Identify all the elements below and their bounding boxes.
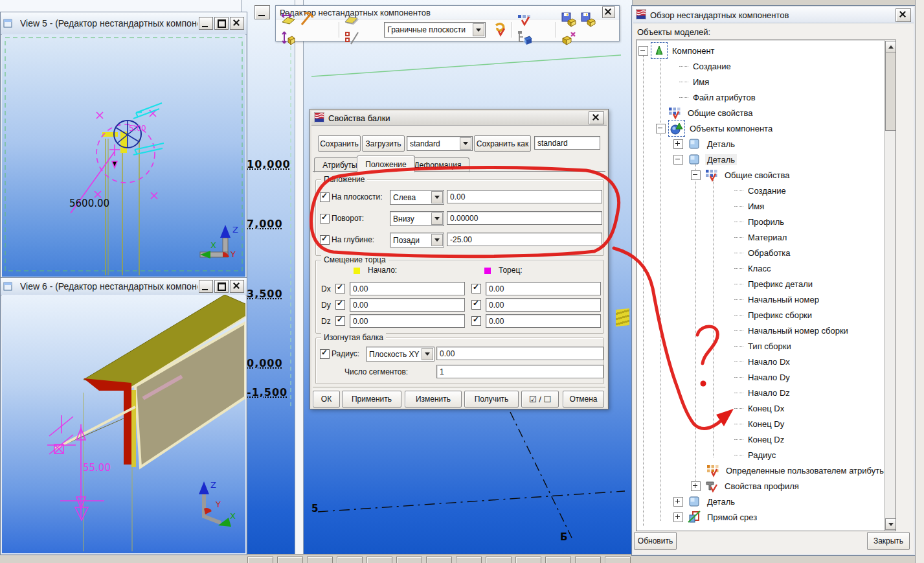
on-plane-dropdown[interactable]: Слева <box>390 190 444 205</box>
view6-titlebar[interactable]: View 6 - (Редактор нестандартных компоне… <box>1 278 247 295</box>
fitting-plane-icon[interactable] <box>280 11 297 28</box>
view5-titlebar[interactable]: View 5 - (Редактор нестандартных компоне… <box>1 12 247 35</box>
tree-item-label[interactable]: Профиль <box>746 216 786 227</box>
tree-item[interactable]: Начальный номер сборки <box>637 323 884 338</box>
save-as-input[interactable] <box>534 136 600 150</box>
save-as-button[interactable]: Сохранить как <box>474 135 531 152</box>
tree-item-label[interactable]: Начало Dz <box>746 387 792 398</box>
tree-expander-minus-icon[interactable] <box>638 46 648 56</box>
chevron-down-icon[interactable] <box>431 234 443 246</box>
tree-item-label[interactable]: Конец Dy <box>746 419 786 430</box>
tree-item-label[interactable]: Конец Dz <box>746 434 786 445</box>
toggle-all-checkboxes-button[interactable]: ☑ / ☐ <box>521 391 559 408</box>
dx-end-checkbox[interactable] <box>471 284 481 293</box>
modify-button[interactable]: Изменить <box>405 391 462 408</box>
tree-item-label[interactable]: Материал <box>746 232 789 243</box>
tree-item-label[interactable]: Тип сборки <box>746 341 793 352</box>
update-button[interactable]: Обновить <box>634 532 677 550</box>
tree-item[interactable]: Префикс детали <box>637 276 884 292</box>
tree-item[interactable]: Конец Dx <box>637 400 884 416</box>
dx-start-input[interactable] <box>350 282 465 295</box>
tree-item-label[interactable]: Начало Dy <box>746 372 792 383</box>
maximize-button[interactable] <box>214 280 229 293</box>
ok-button[interactable]: ОК <box>313 391 340 408</box>
save-as-component-icon[interactable] <box>580 11 596 28</box>
plane-type-dropdown[interactable]: Граничные плоскости <box>384 22 485 38</box>
model-objects-tree[interactable]: КомпонентСозданиеИмяФайл атрибутовОбщие … <box>636 40 896 531</box>
tree-item[interactable]: Общие свойства <box>637 105 884 121</box>
tree-item-label[interactable]: Префикс детали <box>746 279 815 290</box>
hierarchy-icon[interactable] <box>516 30 533 47</box>
rotation-dropdown[interactable]: Внизу <box>390 211 444 226</box>
tab-position[interactable]: Положение <box>357 155 415 172</box>
tree-item-label[interactable]: Конец Dx <box>746 403 786 414</box>
tree-expander-plus-icon[interactable] <box>673 497 683 507</box>
delete-component-icon[interactable] <box>560 30 577 47</box>
apply-button[interactable]: Применить <box>342 391 401 408</box>
pick-hammer-icon[interactable] <box>299 11 316 28</box>
dy-start-input[interactable] <box>350 298 465 312</box>
tree-item[interactable]: Создание <box>637 58 884 74</box>
view5-canvas[interactable]: Z X Y 5600.00 5.00 <box>2 34 245 277</box>
panel-titlebar[interactable]: Обзор нестандартных компонентов <box>633 7 914 23</box>
maximize-button[interactable] <box>214 17 229 30</box>
dy-end-checkbox[interactable] <box>471 300 481 310</box>
tree-item[interactable]: Прямой срез <box>637 509 884 525</box>
scroll-thumb[interactable] <box>885 52 896 131</box>
tree-item[interactable]: Объекты компонента <box>637 121 884 136</box>
tree-item-label[interactable]: Объекты компонента <box>688 123 774 134</box>
tree-item-label[interactable]: Общие свойства <box>723 170 792 181</box>
chevron-down-icon[interactable] <box>431 191 443 203</box>
tree-expander-minus-icon[interactable] <box>691 170 701 180</box>
plane-icon[interactable] <box>343 11 360 28</box>
radius-input[interactable] <box>436 347 603 360</box>
tree-item[interactable]: Радиус <box>637 447 884 463</box>
dy-end-input[interactable] <box>486 298 601 312</box>
tree-item[interactable]: Общие свойства <box>637 167 884 183</box>
on-plane-checkbox[interactable] <box>320 192 330 202</box>
tree-item[interactable]: Префикс сборки <box>637 307 884 323</box>
dz-start-input[interactable] <box>350 314 465 328</box>
tree-item[interactable]: Конец Dz <box>637 431 884 447</box>
tab-deformation[interactable]: Деформация <box>406 157 469 172</box>
dz-start-checkbox[interactable] <box>335 316 345 326</box>
tree-item[interactable]: Профиль <box>637 214 884 229</box>
at-depth-dropdown[interactable]: Позади <box>390 233 444 247</box>
tree-item-label[interactable]: Прямой срез <box>705 512 759 523</box>
tree-item-label[interactable]: Обработка <box>746 247 793 259</box>
tree-expander-plus-icon[interactable] <box>691 481 701 491</box>
tree-item[interactable]: Начало Dx <box>637 354 884 369</box>
tree-item[interactable]: Материал <box>637 229 884 245</box>
close-button[interactable] <box>896 8 911 22</box>
chevron-down-icon[interactable] <box>460 137 471 150</box>
radius-checkbox[interactable] <box>320 349 330 359</box>
tree-item-label[interactable]: Создание <box>746 185 788 196</box>
component-check-icon[interactable] <box>491 21 508 38</box>
get-button[interactable]: Получить <box>464 391 519 408</box>
tree-item[interactable]: Конец Dy <box>637 416 884 431</box>
at-depth-input[interactable] <box>447 233 602 246</box>
tree-item-label[interactable]: Начальный номер <box>746 294 821 305</box>
close-button[interactable] <box>230 280 244 293</box>
dimension-icon[interactable] <box>280 30 297 47</box>
chevron-down-icon[interactable] <box>422 348 433 360</box>
tree-item-label[interactable]: Деталь <box>705 496 737 507</box>
tree-item[interactable]: Деталь <box>637 152 884 167</box>
tree-item[interactable]: Деталь <box>637 136 884 152</box>
minimize-button[interactable] <box>199 280 213 293</box>
save-component-icon[interactable] <box>560 11 577 28</box>
rotation-input[interactable] <box>447 211 602 225</box>
tree-item[interactable]: Определенные пользователем атрибуты <box>637 463 884 478</box>
cancel-button[interactable]: Отмена <box>563 391 604 408</box>
tree-item[interactable]: Свойства профиля <box>637 478 884 494</box>
dx-start-checkbox[interactable] <box>335 284 345 293</box>
view6-canvas[interactable]: Z Y X 55.00 <box>2 295 245 553</box>
rotation-checkbox[interactable] <box>320 214 330 224</box>
tree-scrollbar[interactable] <box>884 40 896 531</box>
close-button[interactable] <box>589 111 604 124</box>
tree-item-label[interactable]: Префикс сборки <box>746 310 814 321</box>
objects-check-icon[interactable] <box>516 11 533 28</box>
scroll-down-icon[interactable] <box>885 518 896 530</box>
weld-icon[interactable] <box>343 30 360 47</box>
tree-item-label[interactable]: Компонент <box>670 45 717 56</box>
